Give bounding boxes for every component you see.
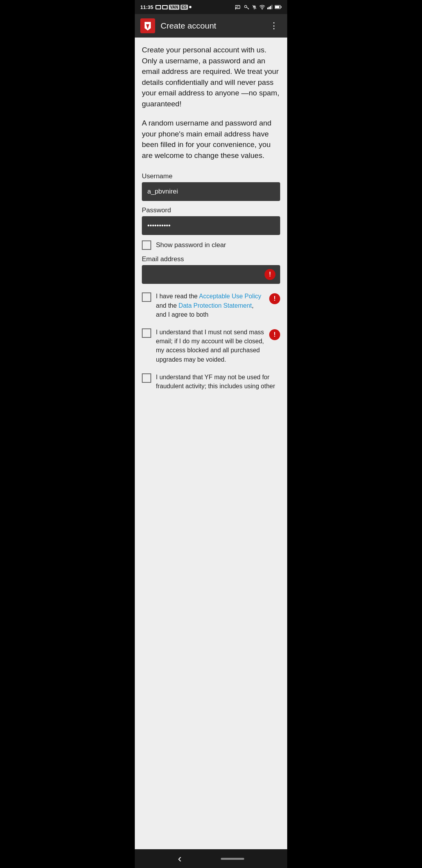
intro-paragraph1: Create your personal account with us. On… bbox=[142, 45, 280, 109]
svg-rect-5 bbox=[254, 9, 255, 9]
email-error-icon: ! bbox=[265, 269, 275, 280]
password-field-group: Password bbox=[142, 206, 280, 235]
show-password-row: Show password in clear bbox=[142, 240, 280, 250]
wifi-icon bbox=[259, 5, 265, 9]
password-input[interactable] bbox=[142, 216, 280, 235]
show-password-label: Show password in clear bbox=[156, 241, 226, 249]
agreement-checkbox-2[interactable] bbox=[142, 328, 151, 338]
username-input[interactable] bbox=[142, 182, 280, 201]
email-error-exclamation: ! bbox=[269, 271, 271, 278]
registration-form: Username Password Show password in clear… bbox=[142, 172, 280, 284]
agreements-section: I have read the Acceptable Use Policy an… bbox=[142, 292, 280, 391]
status-time: 11:35 VAN ES bbox=[140, 4, 191, 10]
toolbar-title: Create account bbox=[161, 21, 266, 30]
email-field-group: Email address ! bbox=[142, 255, 280, 284]
agreement2-error-exclamation: ! bbox=[274, 331, 275, 338]
overflow-menu-button[interactable]: ⋮ bbox=[266, 19, 282, 32]
back-button[interactable]: ‹ bbox=[178, 852, 181, 865]
time-display: 11:35 bbox=[140, 4, 153, 10]
agreement2-error-icon: ! bbox=[269, 329, 280, 340]
svg-rect-13 bbox=[275, 6, 279, 8]
agreement1-error-icon: ! bbox=[269, 293, 280, 304]
password-label: Password bbox=[142, 206, 280, 214]
intro-paragraph2: A random username and password and your … bbox=[142, 118, 280, 161]
svg-point-6 bbox=[262, 9, 263, 9]
icon-square2 bbox=[162, 5, 168, 9]
svg-rect-12 bbox=[281, 6, 281, 8]
data-protection-link[interactable]: Data Protection Statement bbox=[179, 302, 252, 309]
icon-square1 bbox=[156, 5, 161, 9]
bell-muted-icon bbox=[252, 4, 257, 10]
agreement-checkbox-3[interactable] bbox=[142, 373, 151, 383]
icon-van: VAN bbox=[169, 5, 179, 10]
main-content: Create your personal account with us. On… bbox=[135, 38, 287, 849]
agreement-item-2: I understand that I must not send mass e… bbox=[142, 328, 280, 364]
key-icon bbox=[243, 4, 250, 10]
status-right-icons bbox=[235, 4, 282, 10]
show-password-checkbox[interactable] bbox=[142, 240, 151, 250]
agreement-text-2: I understand that I must not send mass e… bbox=[156, 328, 265, 364]
battery-icon bbox=[275, 5, 282, 9]
icon-es: ES bbox=[181, 5, 188, 10]
agreement-item-1: I have read the Acceptable Use Policy an… bbox=[142, 292, 280, 319]
status-bar: 11:35 VAN ES bbox=[135, 0, 287, 14]
email-input-wrapper: ! bbox=[142, 265, 280, 284]
intro-section: Create your personal account with us. On… bbox=[142, 45, 280, 161]
username-field-group: Username bbox=[142, 172, 280, 201]
acceptable-use-policy-link[interactable]: Acceptable Use Policy bbox=[199, 293, 261, 299]
logo-icon bbox=[143, 21, 152, 30]
agreement-text-3: I understand that YF may not be used for… bbox=[156, 373, 280, 391]
agreement-item-3: I understand that YF may not be used for… bbox=[142, 373, 280, 391]
svg-point-2 bbox=[245, 5, 247, 8]
cast-icon bbox=[235, 4, 241, 10]
icon-dot bbox=[189, 6, 191, 8]
svg-rect-8 bbox=[269, 7, 270, 9]
svg-rect-9 bbox=[270, 6, 271, 9]
app-logo bbox=[140, 18, 155, 33]
svg-rect-10 bbox=[272, 5, 273, 9]
home-pill[interactable] bbox=[221, 858, 244, 860]
toolbar: Create account ⋮ bbox=[135, 14, 287, 38]
navigation-bar: ‹ bbox=[135, 849, 287, 868]
agreement-checkbox-1[interactable] bbox=[142, 292, 151, 302]
status-icons: VAN ES bbox=[156, 5, 191, 10]
svg-rect-7 bbox=[267, 7, 268, 9]
email-input[interactable] bbox=[142, 265, 280, 284]
agreement-text-1: I have read the Acceptable Use Policy an… bbox=[156, 292, 265, 319]
username-label: Username bbox=[142, 172, 280, 180]
agreement1-error-exclamation: ! bbox=[274, 295, 275, 302]
svg-line-3 bbox=[247, 7, 249, 9]
signal-icon bbox=[267, 5, 273, 9]
email-label: Email address bbox=[142, 255, 280, 263]
